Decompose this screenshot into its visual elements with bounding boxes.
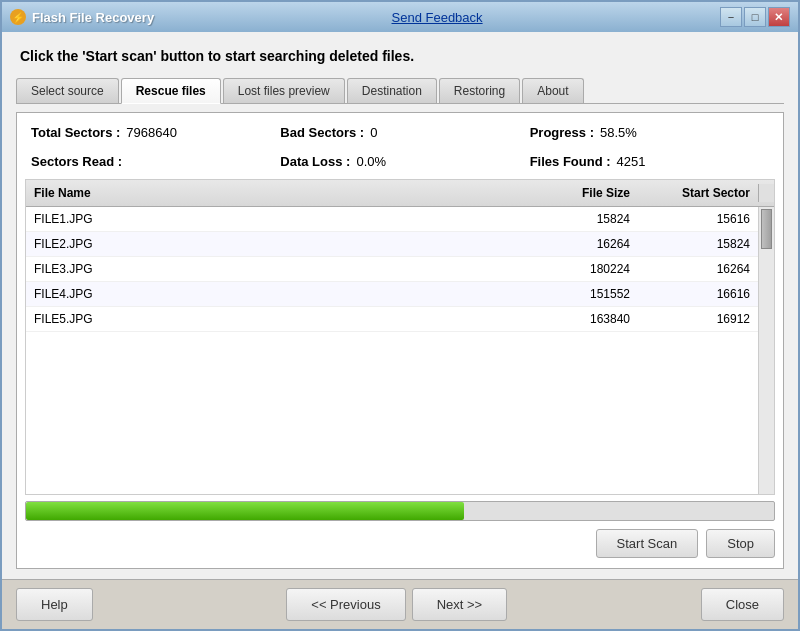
- help-button[interactable]: Help: [16, 588, 93, 621]
- scrollbar-thumb[interactable]: [761, 209, 772, 249]
- progress-value: 58.5%: [600, 125, 637, 140]
- table-header: File Name File Size Start Sector: [26, 180, 774, 207]
- sectors-read-group: Sectors Read :: [31, 154, 270, 169]
- stats-row-2: Sectors Read : Data Loss : 0.0% Files Fo…: [25, 150, 775, 173]
- total-sectors-value: 7968640: [126, 125, 177, 140]
- window-title: Flash File Recovery: [32, 10, 154, 25]
- send-feedback-link[interactable]: Send Feedback: [392, 10, 483, 25]
- title-bar-controls: − □ ✕: [720, 7, 790, 27]
- content-area: Click the 'Start scan' button to start s…: [2, 32, 798, 579]
- table-row[interactable]: FILE4.JPG 151552 16616: [26, 282, 758, 307]
- tab-lost-files-preview[interactable]: Lost files preview: [223, 78, 345, 103]
- data-loss-label: Data Loss :: [280, 154, 350, 169]
- col-header-filename: File Name: [26, 184, 518, 202]
- files-found-label: Files Found :: [530, 154, 611, 169]
- bad-sectors-label: Bad Sectors :: [280, 125, 364, 140]
- tab-rescue-files[interactable]: Rescue files: [121, 78, 221, 104]
- total-sectors-group: Total Sectors : 7968640: [31, 125, 270, 140]
- cell-filename-5: FILE5.JPG: [26, 310, 518, 328]
- table-row[interactable]: FILE3.JPG 180224 16264: [26, 257, 758, 282]
- cell-startsector-4: 16616: [638, 285, 758, 303]
- footer-bar: Help << Previous Next >> Close: [2, 579, 798, 629]
- main-window: ⚡ Flash File Recovery Send Feedback − □ …: [0, 0, 800, 631]
- bad-sectors-value: 0: [370, 125, 377, 140]
- title-bar-left: ⚡ Flash File Recovery: [10, 9, 154, 25]
- cell-filesize-1: 15824: [518, 210, 638, 228]
- progress-group: Progress : 58.5%: [530, 125, 769, 140]
- table-row[interactable]: FILE1.JPG 15824 15616: [26, 207, 758, 232]
- data-loss-group: Data Loss : 0.0%: [280, 154, 519, 169]
- next-button[interactable]: Next >>: [412, 588, 508, 621]
- cell-filename-1: FILE1.JPG: [26, 210, 518, 228]
- maximize-button[interactable]: □: [744, 7, 766, 27]
- progress-label: Progress :: [530, 125, 594, 140]
- footer-nav: << Previous Next >>: [286, 588, 507, 621]
- scrollbar-track[interactable]: [758, 207, 774, 494]
- start-scan-button[interactable]: Start Scan: [596, 529, 699, 558]
- files-found-group: Files Found : 4251: [530, 154, 769, 169]
- main-panel: Total Sectors : 7968640 Bad Sectors : 0 …: [16, 112, 784, 569]
- tab-destination[interactable]: Destination: [347, 78, 437, 103]
- col-header-startsector: Start Sector: [638, 184, 758, 202]
- total-sectors-label: Total Sectors :: [31, 125, 120, 140]
- minimize-button[interactable]: −: [720, 7, 742, 27]
- files-found-value: 4251: [617, 154, 646, 169]
- table-row[interactable]: FILE5.JPG 163840 16912: [26, 307, 758, 332]
- header-message: Click the 'Start scan' button to start s…: [16, 42, 784, 70]
- stats-row-1: Total Sectors : 7968640 Bad Sectors : 0 …: [25, 121, 775, 144]
- progress-bar-container: [25, 501, 775, 521]
- title-bar-center: Send Feedback: [392, 10, 483, 25]
- cell-startsector-3: 16264: [638, 260, 758, 278]
- cell-filesize-4: 151552: [518, 285, 638, 303]
- tab-about[interactable]: About: [522, 78, 583, 103]
- action-buttons: Start Scan Stop: [25, 527, 775, 560]
- bad-sectors-group: Bad Sectors : 0: [280, 125, 519, 140]
- cell-filesize-2: 16264: [518, 235, 638, 253]
- cell-startsector-2: 15824: [638, 235, 758, 253]
- progress-bar-fill: [26, 502, 464, 520]
- table-row[interactable]: FILE2.JPG 16264 15824: [26, 232, 758, 257]
- tab-select-source[interactable]: Select source: [16, 78, 119, 103]
- stop-button[interactable]: Stop: [706, 529, 775, 558]
- data-loss-value: 0.0%: [356, 154, 386, 169]
- cell-startsector-5: 16912: [638, 310, 758, 328]
- table-body: FILE1.JPG 15824 15616 FILE2.JPG 16264 15…: [26, 207, 774, 494]
- tabs-container: Select source Rescue files Lost files pr…: [16, 78, 784, 104]
- table-rows: FILE1.JPG 15824 15616 FILE2.JPG 16264 15…: [26, 207, 758, 494]
- cell-filesize-5: 163840: [518, 310, 638, 328]
- cell-startsector-1: 15616: [638, 210, 758, 228]
- cell-filename-2: FILE2.JPG: [26, 235, 518, 253]
- cell-filename-3: FILE3.JPG: [26, 260, 518, 278]
- close-button[interactable]: Close: [701, 588, 784, 621]
- sectors-read-label: Sectors Read :: [31, 154, 122, 169]
- file-table: File Name File Size Start Sector FILE1.J…: [25, 179, 775, 495]
- cell-filesize-3: 180224: [518, 260, 638, 278]
- col-header-filesize: File Size: [518, 184, 638, 202]
- close-window-button[interactable]: ✕: [768, 7, 790, 27]
- title-bar: ⚡ Flash File Recovery Send Feedback − □ …: [2, 2, 798, 32]
- tab-restoring[interactable]: Restoring: [439, 78, 520, 103]
- previous-button[interactable]: << Previous: [286, 588, 405, 621]
- app-icon: ⚡: [10, 9, 26, 25]
- scrollbar-placeholder: [758, 184, 774, 202]
- cell-filename-4: FILE4.JPG: [26, 285, 518, 303]
